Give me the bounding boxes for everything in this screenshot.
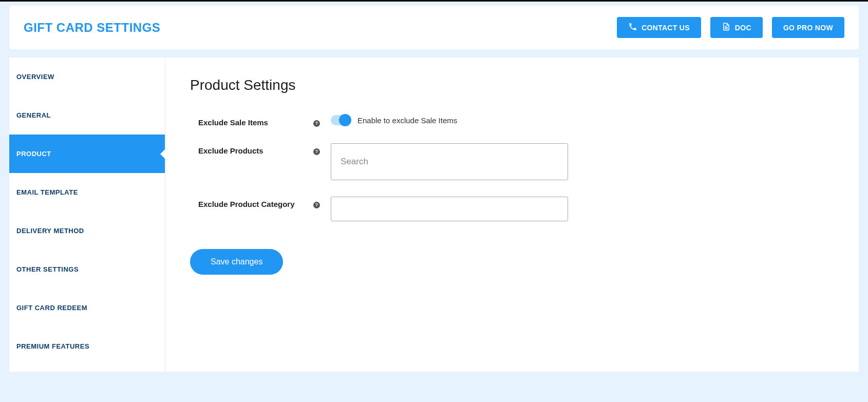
exclude-sale-toggle[interactable] (331, 115, 350, 125)
go-pro-label: GO PRO NOW (783, 24, 833, 32)
header-buttons: CONTACT US DOC GO PRO NOW (617, 17, 844, 38)
sidebar-item-label: GIFT CARD REDEEM (16, 304, 87, 312)
sidebar-item-overview[interactable]: OVERVIEW (9, 58, 165, 96)
page-title: GIFT CARD SETTINGS (24, 21, 160, 35)
toggle-wrap: Enable to exclude Sale Items (331, 115, 457, 125)
row-exclude-category: Exclude Product Category ? (190, 197, 834, 221)
help-col: ? (313, 197, 326, 208)
help-icon[interactable]: ? (313, 148, 320, 155)
sidebar-item-label: EMAIL TEMPLATE (16, 188, 78, 196)
help-icon[interactable]: ? (313, 120, 320, 127)
sidebar-item-product[interactable]: PRODUCT (9, 135, 165, 173)
row-exclude-products: Exclude Products ? (190, 143, 834, 180)
sidebar-item-email-template[interactable]: EMAIL TEMPLATE (9, 173, 165, 212)
contact-us-label: CONTACT US (641, 24, 690, 32)
go-pro-button[interactable]: GO PRO NOW (772, 17, 844, 38)
exclude-products-search-input[interactable] (331, 143, 568, 180)
main-layout: OVERVIEW GENERAL PRODUCT EMAIL TEMPLATE … (9, 58, 859, 372)
sidebar-item-label: PREMIUM FEATURES (16, 342, 89, 350)
header-card: GIFT CARD SETTINGS CONTACT US DOC GO PRO… (9, 6, 859, 49)
label-exclude-sale: Exclude Sale Items (190, 115, 313, 127)
sidebar-item-gift-card-redeem[interactable]: GIFT CARD REDEEM (9, 289, 165, 327)
row-exclude-sale: Exclude Sale Items ? Enable to exclude S… (190, 115, 834, 127)
content-panel: Product Settings Exclude Sale Items ? En… (165, 58, 859, 372)
doc-label: DOC (735, 24, 751, 32)
help-col: ? (313, 115, 326, 127)
phone-icon (628, 22, 637, 33)
sidebar-item-label: GENERAL (16, 111, 51, 119)
sidebar-item-label: OVERVIEW (16, 73, 54, 81)
help-col: ? (313, 143, 326, 155)
exclude-category-select[interactable] (331, 197, 568, 221)
control-exclude-category (326, 197, 568, 221)
sidebar-item-delivery-method[interactable]: DELIVERY METHOD (9, 212, 165, 250)
save-changes-button[interactable]: Save changes (190, 249, 283, 275)
sidebar-item-premium-features[interactable]: PREMIUM FEATURES (9, 327, 165, 366)
help-icon[interactable]: ? (313, 202, 320, 208)
doc-button[interactable]: DOC (710, 17, 763, 38)
control-exclude-sale: Enable to exclude Sale Items (326, 115, 457, 125)
contact-us-button[interactable]: CONTACT US (617, 17, 701, 38)
sidebar-item-general[interactable]: GENERAL (9, 96, 165, 135)
sidebar-item-other-settings[interactable]: OTHER SETTINGS (9, 250, 165, 289)
label-exclude-products: Exclude Products (190, 143, 313, 155)
control-exclude-products (326, 143, 568, 180)
sidebar-item-label: DELIVERY METHOD (16, 227, 84, 235)
toggle-label: Enable to exclude Sale Items (357, 116, 457, 125)
sidebar-item-label: OTHER SETTINGS (16, 265, 79, 273)
document-icon (722, 22, 731, 33)
toggle-knob (339, 114, 351, 126)
label-exclude-category: Exclude Product Category (190, 197, 313, 208)
sidebar: OVERVIEW GENERAL PRODUCT EMAIL TEMPLATE … (9, 58, 165, 372)
section-title: Product Settings (190, 77, 834, 93)
sidebar-item-label: PRODUCT (16, 150, 51, 158)
